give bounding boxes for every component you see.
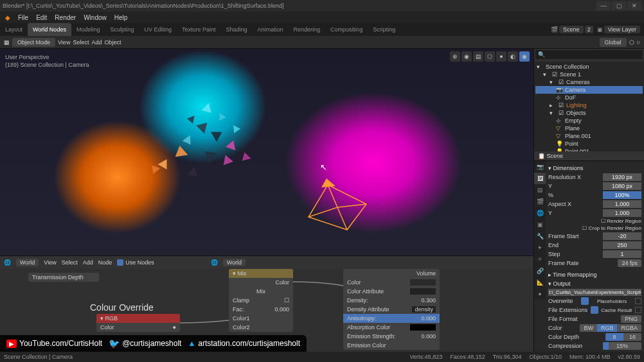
aspx-input[interactable] xyxy=(603,200,641,208)
node-world-icon[interactable]: 🌐 xyxy=(211,259,218,266)
toolbar-view[interactable]: View xyxy=(58,39,70,46)
node-node[interactable]: Node xyxy=(98,259,112,266)
prop-tab-material[interactable]: ● xyxy=(534,288,546,300)
viewlayer-selector[interactable]: View Layer xyxy=(604,26,640,33)
tab-animation[interactable]: Animation xyxy=(253,23,289,36)
node-world-name[interactable]: World xyxy=(223,259,246,266)
prop-tab-object[interactable]: ▣ xyxy=(534,219,546,230)
outliner-objects[interactable]: ▾☑Objects xyxy=(535,109,643,117)
node-add[interactable]: Add xyxy=(83,259,93,266)
tab-layout[interactable]: Layout xyxy=(0,23,28,36)
outliner-point[interactable]: 💡Point xyxy=(535,140,643,148)
tab-worldnodes[interactable]: World Nodes xyxy=(28,23,71,36)
mode-selector[interactable]: Object Mode xyxy=(12,38,55,47)
maximize-button[interactable]: ▢ xyxy=(612,1,626,10)
shading-wireframe-icon[interactable]: ⬡ xyxy=(485,51,495,62)
node-world-selector[interactable]: World xyxy=(16,259,39,266)
crop-region-check[interactable]: ☐ Crop to Render Region xyxy=(582,225,641,231)
node-editor-type-icon[interactable]: 🌐 xyxy=(4,259,11,266)
minimize-button[interactable]: — xyxy=(596,1,611,10)
gizmo-toggle-icon[interactable]: ⊕ xyxy=(450,51,460,62)
step-input[interactable] xyxy=(603,250,641,258)
colormode-rgba[interactable]: RGBA xyxy=(617,324,641,332)
colormode-rgb[interactable]: RGB xyxy=(597,324,618,332)
section-output[interactable]: ▾ Output xyxy=(548,279,641,288)
node-volume-densattr[interactable]: Density Attributedensity xyxy=(343,305,440,314)
render-region-check[interactable]: ☐ Render Region xyxy=(601,218,641,224)
cacheresult-check[interactable] xyxy=(635,307,641,313)
framestart-input[interactable] xyxy=(603,232,641,240)
menu-help[interactable]: Help xyxy=(114,14,128,21)
fileext-check[interactable] xyxy=(591,306,598,314)
resx-input[interactable] xyxy=(603,173,641,181)
tab-texture[interactable]: Texture Paint xyxy=(177,23,221,36)
outliner-search-input[interactable] xyxy=(535,50,643,59)
toolbar-add[interactable]: Add xyxy=(91,39,102,46)
toolbar-select[interactable]: Select xyxy=(73,39,89,46)
toolbar-object[interactable]: Object xyxy=(104,39,121,46)
outliner-plane001[interactable]: ▽Plane.001 xyxy=(535,132,643,140)
menu-window[interactable]: Window xyxy=(84,14,107,21)
prop-tab-viewlayer[interactable]: ▤ xyxy=(534,184,546,196)
editor-type-icon[interactable]: ▦ xyxy=(4,39,10,46)
framerate-select[interactable]: 24 fps xyxy=(618,259,641,267)
node-volume-anisotropy[interactable]: Anisotropy:0.000 xyxy=(343,314,440,323)
orientation-selector[interactable]: Global xyxy=(600,38,627,47)
proportional-icon[interactable]: ○ xyxy=(637,39,640,46)
prop-tab-world[interactable]: 🌐 xyxy=(534,207,546,219)
outliner-dof[interactable]: ⊹DoF xyxy=(535,94,643,101)
output-path-input[interactable] xyxy=(548,289,641,296)
node-volume-emcolor[interactable]: Emission Color xyxy=(343,341,440,350)
node-view[interactable]: View xyxy=(44,259,56,266)
section-dimensions[interactable]: ▾ Dimensions xyxy=(548,164,641,173)
fileformat-select[interactable]: PNG xyxy=(621,315,641,323)
outliner-tree[interactable]: ▾Scene Collection ▾☑Scene 1 ▾☑Cameras 📷C… xyxy=(534,62,644,151)
node-mix[interactable]: ▾ Mix Color Mix Clamp☐ Fac:0.000 Color1 … xyxy=(229,269,293,332)
prop-tab-particles[interactable]: ✦ xyxy=(534,242,546,254)
node-volume[interactable]: Volume Color Color Attribute Density:0.3… xyxy=(343,269,440,350)
menu-edit[interactable]: Edit xyxy=(36,14,47,21)
shading-solid-icon[interactable]: ● xyxy=(496,51,506,62)
prop-tab-physics[interactable]: ⚛ xyxy=(534,254,546,265)
node-transmission-depth[interactable]: Transmission Depth xyxy=(28,273,99,282)
outliner-plane[interactable]: ▽Plane xyxy=(535,125,643,132)
overlay-toggle-icon[interactable]: ◉ xyxy=(461,51,472,62)
section-timeremap[interactable]: ▸ Time Remapping xyxy=(548,270,641,279)
xray-icon[interactable]: ▤ xyxy=(473,51,483,62)
node-mix-fac[interactable]: Fac:0.000 xyxy=(229,305,293,314)
node-volume-abscolor[interactable]: Absorption Color xyxy=(343,323,440,332)
prop-tab-render[interactable]: 📷 xyxy=(534,161,546,173)
tab-compositing[interactable]: Compositing xyxy=(325,23,368,36)
snap-icon[interactable]: ⬡ xyxy=(629,39,634,46)
tab-sculpting[interactable]: Sculpting xyxy=(105,23,139,36)
node-mix-mode[interactable]: Mix xyxy=(229,287,293,296)
tab-modeling[interactable]: Modeling xyxy=(71,23,105,36)
resy-input[interactable] xyxy=(603,182,641,190)
overwrite-check[interactable] xyxy=(581,297,589,305)
blender-icon[interactable]: ◆ xyxy=(5,14,10,21)
close-button[interactable]: ✕ xyxy=(627,1,641,10)
scene-selector[interactable]: Scene xyxy=(559,26,584,33)
node-volume-emstr[interactable]: Emission Strength:0.000 xyxy=(343,332,440,341)
colordepth-8[interactable]: 8 xyxy=(605,333,623,341)
outliner-scene-collection[interactable]: ▾Scene Collection xyxy=(535,63,643,71)
compression-slider[interactable]: 15% xyxy=(603,342,641,350)
node-mix-c1[interactable]: Color1 xyxy=(229,314,293,323)
tab-uv[interactable]: UV Editing xyxy=(139,23,177,36)
shading-material-icon[interactable]: ◐ xyxy=(508,51,518,62)
placeholders-check[interactable] xyxy=(635,298,641,304)
pct-slider[interactable]: 100% xyxy=(603,191,641,199)
node-mix-c2[interactable]: Color2 xyxy=(229,323,293,332)
outliner-lighting[interactable]: ▸☑Lighting xyxy=(535,101,643,109)
node-volume-density[interactable]: Density:0.300 xyxy=(343,296,440,305)
prop-tab-constraints[interactable]: 🔗 xyxy=(534,265,546,277)
aspy-input[interactable] xyxy=(603,209,641,217)
outliner-cameras[interactable]: ▾☑Cameras xyxy=(535,78,643,86)
end-input[interactable] xyxy=(603,241,641,249)
tab-scripting[interactable]: Scripting xyxy=(368,23,400,36)
outliner-scene1[interactable]: ▾☑Scene 1 xyxy=(535,71,643,78)
prop-tab-output[interactable]: 🖼 xyxy=(534,173,546,184)
outliner-camera[interactable]: 📷Camera xyxy=(535,86,643,94)
tab-shading[interactable]: Shading xyxy=(221,23,253,36)
colormode-bw[interactable]: BW xyxy=(580,324,597,332)
